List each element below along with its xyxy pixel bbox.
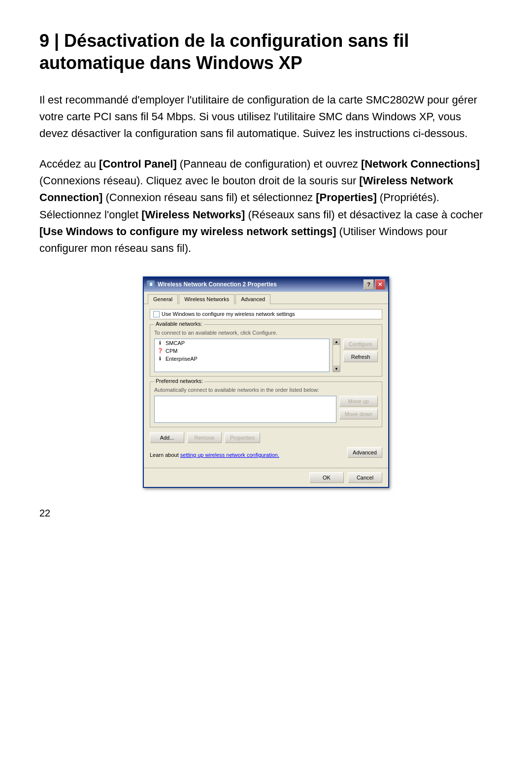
use-windows-checkbox-row[interactable]: Use Windows to configure my wireless net… — [150, 309, 382, 319]
refresh-button[interactable]: Refresh — [343, 351, 378, 362]
use-windows-checkbox[interactable] — [153, 311, 160, 317]
tab-wireless-networks[interactable]: Wireless Networks — [179, 294, 234, 304]
dialog-icon: 🖥 — [147, 280, 155, 288]
available-networks-group: Available networks: To connect to an ava… — [150, 324, 382, 377]
paragraph-1: Il est recommandé d'employer l'utilitair… — [39, 92, 493, 142]
network-list[interactable]: ℹ SMCAP ❓ CPM ℹ EnterpriseAP — [154, 339, 330, 372]
network-icon-cpm: ❓ — [157, 348, 164, 353]
preferred-network-buttons: Move up Move down — [339, 396, 378, 419]
preferred-networks-desc: Automatically connect to available netwo… — [154, 387, 378, 393]
dialog-title: Wireless Network Connection 2 Properties — [158, 281, 277, 288]
ok-button[interactable]: OK — [309, 472, 344, 483]
preferred-networks-row: Move up Move down — [154, 396, 378, 423]
close-button[interactable]: ✕ — [375, 279, 385, 290]
network-item-smcap[interactable]: ℹ SMCAP — [155, 339, 329, 347]
network-icon-enterpriseap: ℹ — [157, 356, 164, 361]
move-up-button[interactable]: Move up — [339, 396, 378, 407]
preferred-list[interactable] — [154, 396, 336, 423]
tab-general[interactable]: General — [148, 294, 178, 304]
available-networks-desc: To connect to an available network, clic… — [154, 330, 378, 336]
network-list-scrollbar[interactable]: ▲ ▼ — [332, 339, 340, 372]
preferred-networks-group: Preferred networks: Automatically connec… — [150, 381, 382, 427]
network-item-enterpriseap[interactable]: ℹ EnterpriseAP — [155, 355, 329, 363]
advanced-button[interactable]: Advanced — [347, 447, 382, 458]
use-windows-label: Use Windows to configure my wireless net… — [162, 311, 295, 317]
network-item-cpm[interactable]: ❓ CPM — [155, 347, 329, 355]
properties-button[interactable]: Properties — [225, 432, 260, 443]
page-number: 22 — [39, 508, 493, 519]
preferred-networks-legend: Preferred networks: — [154, 378, 204, 384]
learn-link: Learn about setting up wireless network … — [150, 452, 279, 458]
available-networks-content: To connect to an available network, clic… — [154, 330, 378, 372]
scroll-up-arrow[interactable]: ▲ — [333, 339, 340, 345]
dialog-body: Use Windows to configure my wireless net… — [144, 304, 388, 468]
move-down-button[interactable]: Move down — [339, 409, 378, 419]
dialog-footer: OK Cancel — [144, 468, 388, 487]
add-remove-row: Add... Remove Properties — [150, 432, 382, 443]
network-icon-smcap: ℹ — [157, 340, 164, 345]
titlebar-left: 🖥 Wireless Network Connection 2 Properti… — [147, 280, 277, 288]
available-networks-row: ℹ SMCAP ❓ CPM ℹ EnterpriseAP — [154, 339, 378, 372]
available-networks-buttons: Configure Refresh — [343, 339, 378, 362]
learn-text: Learn about — [150, 452, 179, 458]
cancel-button[interactable]: Cancel — [348, 472, 382, 483]
dialog-titlebar: 🖥 Wireless Network Connection 2 Properti… — [144, 277, 388, 292]
add-button[interactable]: Add... — [150, 432, 184, 443]
learn-link-anchor[interactable]: setting up wireless network configuratio… — [180, 452, 279, 458]
configure-button[interactable]: Configure — [343, 339, 378, 349]
bottom-action-row: Learn about setting up wireless network … — [150, 447, 382, 458]
dialog-wrapper: 🖥 Wireless Network Connection 2 Properti… — [39, 276, 493, 488]
scroll-down-arrow[interactable]: ▼ — [333, 366, 340, 372]
network-name-enterpriseap: EnterpriseAP — [166, 356, 198, 362]
dialog-tabs: General Wireless Networks Advanced — [144, 292, 388, 304]
tab-advanced[interactable]: Advanced — [235, 294, 270, 304]
dialog-window: 🖥 Wireless Network Connection 2 Properti… — [143, 276, 389, 488]
remove-button[interactable]: Remove — [187, 432, 222, 443]
available-networks-legend: Available networks: — [154, 321, 204, 327]
network-name-smcap: SMCAP — [166, 340, 185, 346]
preferred-networks-content: Automatically connect to available netwo… — [154, 387, 378, 423]
titlebar-controls[interactable]: ? ✕ — [364, 279, 385, 290]
paragraph-2: Accédez au [Control Panel] (Panneau de c… — [39, 156, 493, 257]
help-button[interactable]: ? — [364, 279, 374, 290]
chapter-title: 9 | Désactivation de la configuration sa… — [39, 30, 493, 74]
network-name-cpm: CPM — [166, 348, 177, 354]
